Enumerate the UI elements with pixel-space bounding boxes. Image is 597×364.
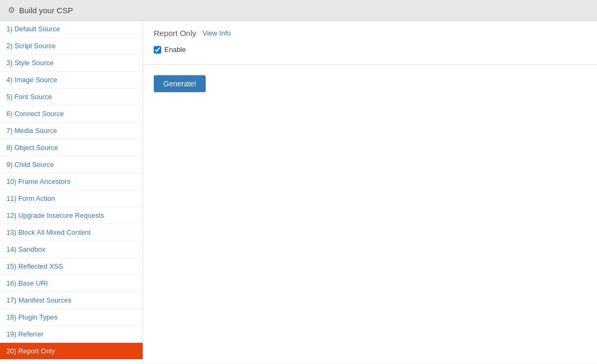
sidebar-item-13[interactable]: 13) Block All Mixed Content (0, 224, 143, 241)
sidebar-item-10[interactable]: 10) Frame Ancestors (0, 173, 143, 190)
sidebar-item-12[interactable]: 12) Upgrade Insecure Requests (0, 207, 143, 224)
sidebar-item-5[interactable]: 5) Font Source (0, 88, 143, 105)
sidebar-item-1[interactable]: 1) Default Source (0, 21, 143, 38)
sidebar-item-9[interactable]: 9) Child Source (0, 156, 143, 173)
sidebar-item-16[interactable]: 16) Base URI (0, 275, 143, 292)
generate-button[interactable]: Generate! (154, 75, 206, 92)
sidebar-item-2[interactable]: 2) Script Source (0, 38, 143, 55)
enable-checkbox[interactable] (154, 46, 161, 54)
sidebar-item-4[interactable]: 4) Image Source (0, 72, 143, 88)
sidebar-item-18[interactable]: 18) Plugin Types (0, 309, 143, 326)
header: ⚙ Build your CSP (0, 0, 597, 21)
enable-label[interactable]: Enable (164, 46, 186, 54)
content-area: Report Only View Info Enable Generate! (143, 21, 597, 363)
sidebar-item-20[interactable]: 20) Report Only (0, 343, 143, 360)
view-info-link[interactable]: View Info (203, 29, 231, 37)
sidebar-item-8[interactable]: 8) Object Source (0, 139, 143, 156)
header-icon: ⚙ (8, 5, 15, 15)
sidebar-item-19[interactable]: 19) Referrer (0, 326, 143, 343)
sidebar-item-7[interactable]: 7) Media Source (0, 122, 143, 139)
report-only-section: Report Only View Info Enable (143, 21, 597, 65)
generate-section: Generate! (143, 65, 597, 103)
sidebar-item-11[interactable]: 11) Form Action (0, 190, 143, 207)
header-title: Build your CSP (19, 6, 73, 15)
sidebar: 1) Default Source2) Script Source3) Styl… (0, 21, 143, 363)
sidebar-item-21[interactable]: 21) Report URI (0, 360, 143, 363)
sidebar-item-3[interactable]: 3) Style Source (0, 55, 143, 72)
sidebar-item-14[interactable]: 14) Sandbox (0, 241, 143, 258)
sidebar-item-6[interactable]: 6) Connect Source (0, 105, 143, 122)
section-title: Report Only (154, 29, 196, 38)
sidebar-item-17[interactable]: 17) Manifest Sources (0, 292, 143, 309)
sidebar-item-15[interactable]: 15) Reflected XSS (0, 258, 143, 275)
